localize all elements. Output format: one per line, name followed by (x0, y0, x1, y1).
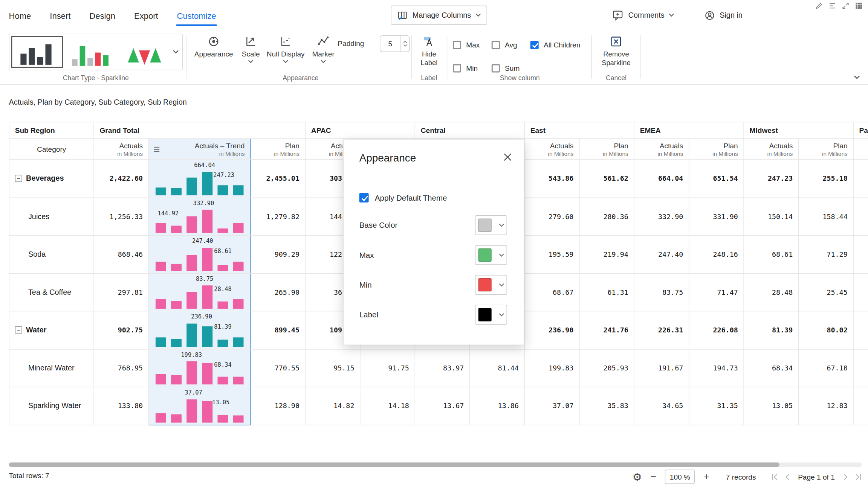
sparkline-cell[interactable]: 236.9081.39 (149, 311, 251, 349)
next-page-icon[interactable] (841, 473, 850, 481)
column-header-midwest_actuals[interactable]: Actualsin Millions (744, 139, 798, 160)
cell-plan[interactable]: 899.45 (251, 311, 306, 349)
tab-customize[interactable]: Customize (177, 0, 216, 31)
cell-east_actuals[interactable]: 68.67 (524, 273, 579, 311)
color-picker-max[interactable] (475, 245, 507, 265)
column-group-east[interactable]: East (524, 122, 634, 139)
color-picker-base-color[interactable] (475, 215, 507, 235)
cell-east_plan[interactable]: 35.83 (579, 387, 634, 425)
cell-emea_plan[interactable]: 331.90 (689, 198, 744, 236)
checkbox-sum[interactable]: Sum (492, 64, 530, 72)
collapse-icon[interactable]: − (15, 326, 22, 334)
column-header-actuals[interactable]: Actualsin Millions (94, 139, 148, 160)
cell-midwest_actuals[interactable]: 13.05 (744, 387, 798, 425)
sparkline-cell[interactable]: 247.4068.61 (149, 235, 251, 273)
cell-pacific_stub[interactable] (853, 273, 868, 311)
cell-east_plan[interactable]: 280.36 (579, 198, 634, 236)
checkbox-box-min[interactable] (453, 64, 461, 72)
column-group-midwest[interactable]: Midwest (744, 122, 853, 139)
checkbox-box-max[interactable] (453, 41, 461, 49)
column-group-emea[interactable]: EMEA (634, 122, 744, 139)
cell-actuals[interactable]: 297.81 (94, 273, 148, 311)
cell-emea_plan[interactable]: 248.16 (689, 235, 744, 273)
column-header-plan[interactable]: Planin Millions (251, 139, 306, 160)
cell-east_plan[interactable]: 561.62 (579, 160, 634, 198)
sparkline-column-header[interactable]: Actuals – Trendin Millions (149, 139, 251, 160)
cell-midwest_plan[interactable]: 255.18 (799, 160, 853, 198)
tab-export[interactable]: Export (134, 0, 158, 31)
cell-plan[interactable]: 909.29 (251, 235, 306, 273)
null-display-button[interactable]: Null Display (264, 35, 307, 64)
checkbox-max[interactable]: Max (453, 41, 492, 49)
cell-midwest_plan[interactable]: 158.44 (799, 198, 853, 236)
sparkline-cell[interactable]: 83.7528.48 (149, 273, 251, 311)
scale-button[interactable]: Scale (238, 35, 264, 64)
horizontal-scrollbar[interactable] (9, 462, 862, 467)
cell-midwest_plan[interactable]: 80.02 (799, 311, 853, 349)
cell-emea_actuals[interactable]: 664.04 (634, 160, 689, 198)
cell-actuals[interactable]: 2,422.60 (94, 160, 148, 198)
column-header-pacific_stub[interactable] (853, 139, 868, 160)
last-page-icon[interactable] (854, 473, 862, 481)
cell-east_actuals[interactable]: 236.90 (524, 311, 579, 349)
column-header-emea_actuals[interactable]: Actualsin Millions (634, 139, 689, 160)
sparkline-cell[interactable]: 332.90144.92 (149, 198, 251, 236)
cell-east_actuals[interactable]: 37.07 (524, 387, 579, 425)
cell-central_plan[interactable]: 13.86 (470, 387, 524, 425)
cell-actuals[interactable]: 1,256.33 (94, 198, 148, 236)
first-page-icon[interactable] (770, 473, 779, 481)
cell-pacific_stub[interactable] (853, 160, 868, 198)
cell-actuals[interactable]: 868.46 (94, 235, 148, 273)
sparkline-cell[interactable]: 199.8368.34 (149, 349, 251, 387)
tab-insert[interactable]: Insert (50, 0, 70, 31)
cell-pacific_stub[interactable] (853, 235, 868, 273)
close-icon[interactable] (504, 153, 512, 161)
cell-east_plan[interactable]: 219.94 (579, 235, 634, 273)
row-label-mineral-water[interactable]: Mineral Water (9, 349, 94, 387)
appearance-button[interactable]: Appearance (191, 35, 236, 58)
cell-plan[interactable]: 128.90 (251, 387, 306, 425)
marker-button[interactable]: Marker (309, 35, 338, 64)
cell-east_plan[interactable]: 241.76 (579, 311, 634, 349)
checkbox-box-sum[interactable] (492, 64, 500, 72)
cell-east_actuals[interactable]: 543.86 (524, 160, 579, 198)
tab-home[interactable]: Home (9, 0, 31, 31)
cell-emea_plan[interactable]: 71.47 (689, 273, 744, 311)
cell-emea_actuals[interactable]: 34.65 (634, 387, 689, 425)
expand-icon[interactable] (842, 2, 849, 9)
column-header-east_plan[interactable]: Planin Millions (579, 139, 634, 160)
apply-default-theme-checkbox[interactable] (359, 193, 369, 203)
cell-east_plan[interactable]: 205.93 (579, 349, 634, 387)
cell-midwest_actuals[interactable]: 68.61 (744, 235, 798, 273)
cell-plan[interactable]: 2,455.01 (251, 160, 306, 198)
row-label-soda[interactable]: Soda (9, 235, 94, 273)
cell-plan[interactable]: 265.90 (251, 273, 306, 311)
stepper-arrows[interactable] (400, 36, 409, 52)
cell-emea_actuals[interactable]: 191.67 (634, 349, 689, 387)
color-picker-label[interactable] (475, 305, 507, 325)
cell-east_actuals[interactable]: 279.60 (524, 198, 579, 236)
column-header-emea_plan[interactable]: Planin Millions (689, 139, 744, 160)
zoom-in-button[interactable]: + (701, 471, 711, 483)
sparkline-type-win-loss[interactable] (118, 36, 170, 68)
apply-default-theme-row[interactable]: Apply Default Theme (359, 193, 447, 203)
row-label-beverages[interactable]: −Beverages (9, 160, 94, 198)
checkbox-box-all-children[interactable] (530, 41, 539, 49)
cell-pacific_stub[interactable] (853, 387, 868, 425)
remove-sparkline-button[interactable]: Remove Sparkline (593, 35, 639, 68)
row-label-tea-coffee[interactable]: Tea & Coffee (9, 273, 94, 311)
cell-pacific_stub[interactable] (853, 198, 868, 236)
row-label-sparkling-water[interactable]: Sparkling Water (9, 387, 94, 425)
cell-east_actuals[interactable]: 195.59 (524, 235, 579, 273)
checkbox-all-children[interactable]: All Children (530, 41, 604, 49)
cell-midwest_plan[interactable]: 25.45 (799, 273, 853, 311)
sparkline-cell[interactable]: 664.04247.23 (149, 160, 251, 198)
comments-button[interactable]: Comments (612, 6, 674, 25)
cell-midwest_plan[interactable]: 12.83 (799, 387, 853, 425)
drag-handle-icon[interactable] (153, 146, 160, 152)
cell-plan[interactable]: 1,279.82 (251, 198, 306, 236)
zoom-out-button[interactable]: − (648, 471, 658, 483)
row-label-water[interactable]: −Water (9, 311, 94, 349)
column-group-grand-total[interactable]: Grand Total (94, 122, 305, 139)
cell-actuals[interactable]: 133.80 (94, 387, 148, 425)
